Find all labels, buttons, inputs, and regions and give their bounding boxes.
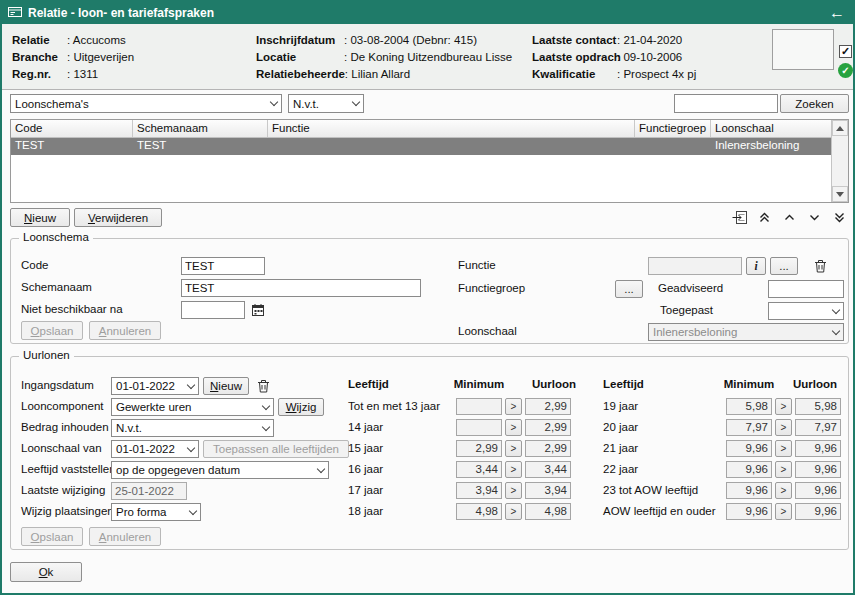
code-input[interactable] [181,257,265,275]
zoeken-button[interactable]: Zoeken [780,94,849,113]
uurloon-field[interactable]: 9,96 [795,461,841,478]
list-scrollbar[interactable] [831,120,848,202]
bedrag-inhouden-select[interactable]: N.v.t. [111,419,274,437]
column-header-functiegroep[interactable]: Functiegroep [635,120,711,137]
scroll-up-icon[interactable] [781,209,798,226]
loonschaal-van-select[interactable]: 01-01-2022 [111,440,199,458]
scroll-up-button[interactable] [832,120,848,136]
functiegroep-label: Functiegroep [458,282,525,294]
minimum-field[interactable]: 3,44 [456,461,502,478]
minimum-field[interactable]: 7,97 [726,419,772,436]
apply-minimum-button[interactable]: > [775,482,792,499]
leeftijd-vaststellen-select[interactable]: op de opgegeven datum [111,461,329,479]
minimum-field[interactable] [456,398,502,415]
chevron-down-icon [313,462,328,478]
greater-than-icon: > [781,443,787,454]
minimum-field[interactable]: 9,96 [726,440,772,457]
wijzig-button[interactable]: Wijzig [278,398,324,416]
loonschaal-select[interactable]: Inlenersbeloning [648,323,844,341]
apply-minimum-button[interactable]: > [505,440,522,457]
loonschema-annuleren-button[interactable]: Annuleren [89,321,161,340]
apply-minimum-button[interactable]: > [775,503,792,520]
uurloon-field[interactable]: 9,96 [795,482,841,499]
wijzig-plaatsingen-select[interactable]: Pro forma [111,503,201,521]
apply-minimum-button[interactable]: > [505,482,522,499]
age-row: 14 jaar > 2,99 [348,419,588,436]
nieuw-button[interactable]: Nieuw [10,208,70,227]
minimum-field[interactable]: 9,96 [726,482,772,499]
ok-button[interactable]: Ok [10,562,82,582]
flag-checkbox[interactable]: ✓ [839,45,852,58]
table-row[interactable]: TEST TEST Inlenersbeloning [11,138,831,155]
search-input[interactable] [674,94,778,113]
apply-minimum-button[interactable]: > [505,398,522,415]
functie-trash-icon[interactable] [811,257,829,275]
uurloon-field[interactable]: 2,99 [525,419,571,436]
uurlonen-nieuw-button[interactable]: Nieuw [203,377,249,395]
back-button[interactable]: ← [829,5,845,21]
uurloon-field[interactable]: 3,44 [525,461,571,478]
column-header-functie[interactable]: Functie [268,120,635,137]
age-row: 22 jaar 9,96 > 9,96 [603,461,848,478]
calendar-icon[interactable] [249,301,267,319]
functie-input[interactable] [648,257,742,275]
schemanaam-input[interactable] [181,279,421,297]
greater-than-icon: > [781,464,787,475]
minimum-field[interactable] [456,419,502,436]
minimum-field[interactable]: 9,96 [726,503,772,520]
column-header-loonschaal[interactable]: Loonschaal [711,120,831,137]
uurloon-field[interactable]: 3,94 [525,482,571,499]
uurloon-field[interactable]: 4,98 [525,503,571,520]
column-header-code[interactable]: Code [11,120,133,137]
functie-info-button[interactable]: i [746,257,766,275]
minimum-field[interactable]: 3,94 [456,482,502,499]
greater-than-icon: > [511,506,517,517]
uurlonen-section: Uurlonen Ingangsdatum 01-01-2022 Nieuw L… [10,356,849,550]
uurloon-field[interactable]: 2,99 [525,398,571,415]
uurloon-field[interactable]: 9,96 [795,440,841,457]
apply-minimum-button[interactable]: > [505,461,522,478]
loonschaal-label: Loonschaal [458,325,517,337]
scroll-down-button[interactable] [832,186,848,202]
niet-beschikbaar-input[interactable] [181,301,245,319]
uurloon-field[interactable]: 5,98 [795,398,841,415]
uurloon-field[interactable]: 2,99 [525,440,571,457]
uurlonen-annuleren-button[interactable]: Annuleren [89,527,161,546]
minimum-field[interactable]: 5,98 [726,398,772,415]
toegepast-select[interactable] [768,302,844,320]
minimum-field[interactable]: 4,98 [456,503,502,520]
apply-minimum-button[interactable]: > [775,419,792,436]
scrollbar-track[interactable] [832,136,848,186]
apply-minimum-button[interactable]: > [775,461,792,478]
column-header-schemanaam[interactable]: Schemanaam [133,120,268,137]
loonschema-opslaan-button[interactable]: Opslaan [21,321,83,340]
filter-select[interactable]: N.v.t. [288,94,364,113]
functiegroep-browse-button[interactable]: ... [615,280,643,298]
looncomponent-select[interactable]: Gewerkte uren [111,398,274,416]
age-row: 17 jaar 3,94 > 3,94 [348,482,588,499]
cell-loonschaal: Inlenersbeloning [711,138,831,155]
scroll-down-icon[interactable] [806,209,823,226]
age-label: 17 jaar [348,484,383,496]
apply-minimum-button[interactable]: > [505,503,522,520]
apply-minimum-button[interactable]: > [505,419,522,436]
apply-minimum-button[interactable]: > [775,440,792,457]
uurlonen-opslaan-button[interactable]: Opslaan [21,527,83,546]
uurloon-field[interactable]: 7,97 [795,419,841,436]
apply-minimum-button[interactable]: > [775,398,792,415]
scroll-bottom-icon[interactable] [831,209,848,226]
geadviseerd-input[interactable] [768,280,844,298]
ingangsdatum-trash-icon[interactable] [254,377,272,395]
ingangsdatum-select[interactable]: 01-01-2022 [111,377,199,395]
export-icon[interactable] [731,209,748,226]
scroll-top-icon[interactable] [756,209,773,226]
toepassen-alle-leeftijden-button[interactable]: Toepassen alle leeftijden [203,440,349,458]
minimum-field[interactable]: 9,96 [726,461,772,478]
functie-browse-button[interactable]: ... [770,257,798,275]
schema-type-select[interactable]: Loonschema's [10,94,282,113]
leeftijd-vaststellen-value: op de opgegeven datum [112,464,313,476]
triangle-down-icon [836,192,844,197]
uurloon-field[interactable]: 9,96 [795,503,841,520]
minimum-field[interactable]: 2,99 [456,440,502,457]
verwijderen-button[interactable]: Verwijderen [74,208,162,227]
